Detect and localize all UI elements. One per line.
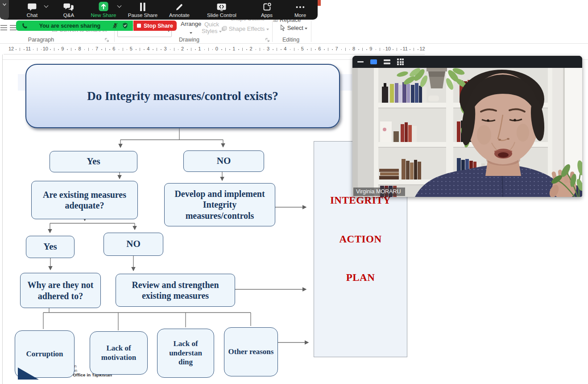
ruler-tick	[140, 48, 140, 51]
arrange-label: Arrange	[181, 21, 201, 27]
gallery-grid-icon[interactable]	[397, 58, 404, 65]
speaker-view-icon[interactable]	[370, 59, 377, 64]
flowchart-develop-node[interactable]: Develop and implement Integrity measures…	[164, 183, 275, 226]
chat-bubble-icon	[27, 1, 37, 12]
flowchart-review-node[interactable]: Review and strengthen existing measures	[116, 274, 235, 307]
quick-styles-label1: Quick	[204, 21, 219, 28]
flowchart-why-node[interactable]: Why are they not adhered to?	[20, 273, 101, 308]
ruler-dot	[229, 49, 230, 50]
ruler-dot	[349, 49, 350, 50]
flowchart-yes2-node[interactable]: Yes	[26, 236, 75, 258]
shield-check-icon[interactable]	[122, 22, 128, 29]
mic-muted-icon[interactable]	[112, 22, 118, 29]
toolbar-item-qa[interactable]: Q&A	[63, 1, 74, 18]
ruler-number: 9	[61, 46, 64, 51]
toolbar-item-chat[interactable]: Chat	[27, 1, 37, 18]
ruler-number: 2	[250, 46, 253, 51]
ruler-number: 12	[419, 46, 425, 51]
ruler-tick	[71, 48, 71, 51]
ruler-tick	[345, 48, 346, 51]
ruler-dot	[298, 49, 299, 50]
ruler-number: 6	[112, 46, 115, 51]
drawing-dialog-launcher-icon[interactable]	[265, 38, 270, 43]
webcam-titlebar	[352, 56, 582, 68]
chat-chevron-icon[interactable]	[45, 4, 48, 8]
arrange-caret-icon	[190, 32, 192, 34]
toolbar-item-apps[interactable]: Apps	[261, 1, 273, 18]
ruler-dot	[290, 49, 291, 50]
flowchart-no-node[interactable]: NO	[183, 150, 264, 172]
flowchart-corruption-node[interactable]: Corruption	[15, 330, 75, 378]
ruler-dot	[170, 49, 171, 50]
ruler-dot	[238, 49, 239, 50]
ruler-dot	[273, 49, 273, 50]
webcam-window: Virginia MORARU	[352, 56, 582, 197]
flowchart-adequate-node[interactable]: Are existing measures adequate?	[31, 181, 138, 219]
toolbar-item-more[interactable]: More	[294, 1, 306, 18]
plan-line-action: ACTION	[314, 234, 407, 245]
ruler-tick	[208, 48, 209, 51]
flowchart-understanding-node[interactable]: Lack of understan ding	[157, 329, 214, 378]
ribbon-divider	[0, 43, 588, 44]
ruler-dot	[161, 49, 161, 50]
ruler-number: 10	[385, 46, 391, 51]
ruler-dot	[324, 49, 325, 50]
select-caret-icon	[305, 28, 307, 29]
ruler-number: 5	[301, 46, 304, 51]
minimize-icon[interactable]	[357, 61, 364, 63]
ruler-tick	[311, 48, 311, 51]
plan-line-plan: PLAN	[314, 272, 407, 284]
ruler-number: 5	[130, 46, 133, 51]
ruler-dot	[410, 49, 410, 50]
stop-share-label: Stop Share	[144, 23, 173, 29]
ruler-dot	[204, 49, 205, 50]
toolbar-item-new-share[interactable]: New Share	[91, 1, 116, 18]
ruler-tick	[20, 48, 20, 51]
toolbar-collapse-tab[interactable]	[0, 0, 9, 19]
flowchart-motivation-node[interactable]: Lack of motivation	[90, 331, 148, 375]
toolbar-item-slide-control[interactable]: Slide Control	[207, 1, 236, 18]
ruler-tick	[174, 48, 174, 51]
ruler-dot	[307, 49, 308, 50]
ruler-tick	[191, 48, 191, 51]
ruler-track: 1211109876543210123456789101112	[4, 44, 425, 54]
ruler: 1211109876543210123456789101112	[4, 44, 425, 54]
select-label: Select	[287, 25, 303, 31]
paragraph-dialog-launcher-icon[interactable]	[105, 38, 109, 43]
ruler-number: 9	[369, 46, 372, 51]
ruler-tick	[242, 48, 243, 51]
ruler-tick	[397, 48, 397, 51]
apps-icon	[261, 1, 273, 12]
ruler-tick	[414, 48, 414, 51]
ruler-tick	[362, 48, 363, 51]
arrange-button[interactable]: Arrange	[181, 21, 201, 36]
ruler-dot	[50, 49, 51, 50]
flowchart-yes-node[interactable]: Yes	[50, 151, 137, 172]
zoom-meeting-toolbar: Chat Q&A New Share Pause Share	[0, 0, 318, 20]
select-button[interactable]: Select	[280, 25, 307, 31]
flowchart-title-node[interactable]: Do Integrity measures/control exists?	[25, 64, 340, 128]
paragraph-lines-icon[interactable]	[0, 25, 7, 30]
screen-sharing-status-bar: You are screen sharing	[16, 21, 133, 31]
stop-share-button[interactable]: Stop Share	[133, 21, 177, 31]
flowchart-no2-node[interactable]: NO	[104, 233, 163, 256]
shape-effects-label: Shape Effects	[229, 25, 265, 32]
ruler-dot	[246, 49, 247, 50]
flowchart-other-node[interactable]: Other reasons	[224, 327, 278, 376]
ruler-dot	[144, 49, 145, 50]
ruler-dot	[401, 49, 402, 50]
ruler-dot	[358, 49, 359, 50]
ruler-dot	[178, 49, 179, 50]
ruler-number: 1	[198, 46, 201, 51]
toolbar-item-pause-share[interactable]: Pause Share	[128, 1, 158, 18]
new-share-chevron-icon[interactable]	[118, 4, 121, 8]
ruler-number: 3	[164, 46, 167, 51]
ruler-tick	[260, 48, 260, 51]
ruler-dot	[393, 49, 393, 50]
ruler-dot	[384, 49, 385, 50]
toolbar-item-annotate[interactable]: Annotate	[169, 1, 190, 18]
strip-view-icon[interactable]	[384, 59, 390, 65]
ruler-tick	[54, 48, 54, 51]
paragraph-lines-icon2[interactable]	[10, 25, 17, 30]
shape-effects-caret-icon	[266, 29, 269, 30]
